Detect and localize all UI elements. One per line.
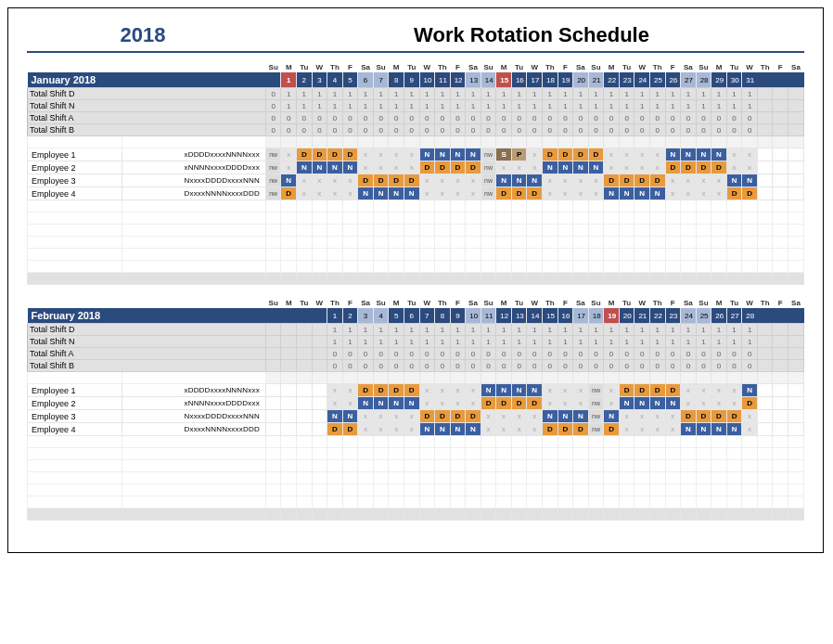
totals-cell: 0 [573,360,589,372]
day-number: 16 [557,308,573,324]
dow-label: Th [543,298,558,308]
dow-label: F [665,62,681,72]
shift-cell: D [435,410,451,423]
day-number: 27 [726,308,742,324]
shift-cell: N [681,148,697,161]
totals-cell: 1 [742,324,758,336]
totals-cell: 1 [696,100,711,112]
day-number: 4 [327,72,343,88]
totals-cell: 0 [665,348,681,360]
totals-cell: 1 [665,324,681,336]
shift-cell: D [573,423,589,436]
year-label: 2018 [27,23,259,47]
shift-cell: x [342,187,358,200]
totals-cell: 1 [527,324,543,336]
totals-cell: 1 [358,88,374,100]
totals-cell: 0 [327,112,343,124]
shift-cell: N [649,397,665,410]
totals-cell: 1 [742,336,758,348]
shift-cell [757,174,773,187]
shift-cell [757,410,773,423]
dow-label: W [634,298,650,308]
shift-cell: N [726,174,742,187]
totals-cell: 0 [573,112,589,124]
dow-label: Su [481,62,496,72]
shift-cell: x [527,410,543,423]
shift-cell: D [665,161,681,174]
dow-label: Su [373,62,389,72]
shift-cell: x [511,161,527,174]
employee-name: Employee 2 [28,161,122,174]
totals-cell: 1 [358,324,374,336]
shift-cell: x [389,148,404,161]
day-number: 11 [481,308,496,324]
shift-cell: D [404,384,419,397]
shift-cell: D [543,423,558,436]
totals-cell [757,112,773,124]
shift-cell: x [511,410,527,423]
shift-cell: x [297,174,313,187]
totals-cell: 1 [649,324,665,336]
shift-cell [773,161,788,174]
day-number: 13 [511,308,527,324]
totals-cell [773,336,788,348]
totals-cell: 0 [588,112,604,124]
totals-cell: 0 [681,348,697,360]
totals-cell: 1 [619,336,634,348]
blank-row [28,273,804,285]
shift-cell: x [450,174,466,187]
dow-label: Th [649,62,665,72]
shift-cell: x [481,423,496,436]
totals-cell: 0 [373,360,389,372]
shift-cell [788,148,804,161]
totals-cell: 1 [389,100,404,112]
shift-cell: x [373,423,389,436]
totals-cell: 1 [573,100,589,112]
totals-cell [773,124,788,136]
totals-cell: 0 [342,360,358,372]
shift-cell: N [466,423,481,436]
shift-cell: x [327,384,343,397]
employee-name: Employee 3 [28,410,122,423]
day-number: 5 [389,308,404,324]
totals-cell: 0 [543,360,558,372]
totals-cell: 0 [265,124,281,136]
day-number: 6 [358,72,374,88]
employee-name: Employee 3 [28,174,122,187]
shift-cell: D [373,174,389,187]
dow-label: Su [588,298,604,308]
shift-cell: D [481,397,496,410]
employee-row: Employee 2xNNNNxxxxDDDDxxxnwxNNNNxxxxDDD… [28,161,804,174]
day-number: 5 [342,72,358,88]
totals-cell: 0 [342,124,358,136]
shift-cell: x [696,174,711,187]
shift-cell: nw [588,423,604,436]
totals-cell: 0 [604,124,620,136]
dow-label: Sa [788,298,804,308]
shift-cell [788,423,804,436]
totals-cell: 0 [619,124,634,136]
totals-cell: 0 [373,348,389,360]
dow-label: Tu [404,298,419,308]
totals-cell: 1 [496,100,512,112]
day-number: 14 [527,308,543,324]
dow-label: F [773,298,788,308]
dow-label: Tu [619,62,634,72]
totals-cell: 1 [312,88,327,100]
day-number: 28 [742,308,758,324]
dow-label: Tu [297,298,313,308]
day-number: 23 [619,72,634,88]
totals-cell: 1 [404,100,419,112]
totals-cell [297,336,313,348]
day-number: 13 [466,72,481,88]
totals-row: Total Shift N011111111111111111111111111… [28,100,804,112]
day-number: 4 [373,308,389,324]
day-number: 17 [573,308,589,324]
day-number: 1 [281,72,297,88]
shift-cell: D [649,174,665,187]
totals-cell: 1 [496,336,512,348]
shift-cell: x [404,161,419,174]
shift-cell: x [742,148,758,161]
totals-cell: 0 [665,124,681,136]
shift-cell: D [634,384,650,397]
